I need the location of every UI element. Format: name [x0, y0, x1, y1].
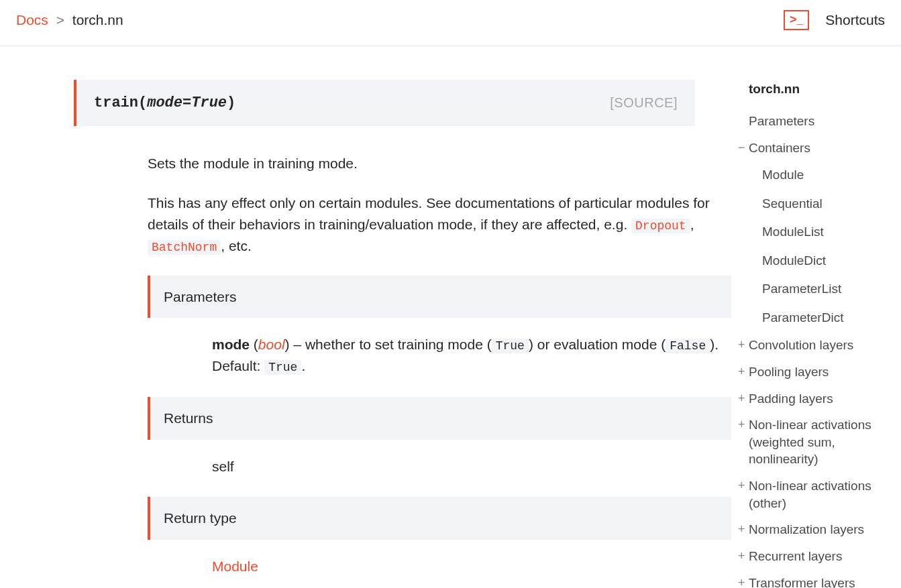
param-close: ) – whether to set training mode (: [285, 337, 492, 352]
p2a: This has any effect only on certain modu…: [148, 195, 710, 232]
sidebar-child-item[interactable]: ModuleDict: [738, 247, 888, 276]
sidebar-top-title[interactable]: torch.nn: [738, 80, 888, 99]
code-true: True: [492, 339, 529, 353]
plus-icon: +: [738, 477, 749, 493]
sidebar-item[interactable]: +Padding layers: [738, 386, 888, 412]
description: Sets the module in training mode. This h…: [74, 153, 731, 583]
param-name-mode: mode: [212, 337, 250, 352]
parameters-body: mode (bool) – whether to set training mo…: [148, 318, 731, 382]
plus-icon: +: [738, 416, 749, 432]
signature-fn: train: [94, 95, 138, 111]
returns-body: self: [148, 440, 731, 483]
sidebar-item[interactable]: Parameters: [738, 108, 888, 135]
sidebar-child-item[interactable]: Sequential: [738, 190, 888, 219]
plus-icon: +: [738, 390, 749, 406]
sidebar-item-label: Non-linear activations (other): [749, 477, 888, 512]
code-false: False: [666, 339, 710, 353]
p2b: , etc.: [221, 238, 252, 253]
code-default-true: True: [264, 360, 301, 375]
sidebar-child-item[interactable]: ParameterList: [738, 275, 888, 304]
sidebar-item[interactable]: +Normalization layers: [738, 516, 888, 543]
sidebar-item-label: Normalization layers: [749, 521, 864, 538]
sidebar-item-label: Pooling layers: [749, 363, 829, 381]
plus-icon: +: [738, 337, 749, 353]
plus-icon: +: [738, 575, 749, 588]
breadcrumb-current: torch.nn: [72, 12, 123, 27]
breadcrumb-root-link[interactable]: Docs: [16, 12, 48, 27]
sidebar-item-label: Non-linear activations (weighted sum, no…: [749, 416, 888, 468]
sidebar-item[interactable]: +Recurrent layers: [738, 543, 888, 570]
parameters-heading: Parameters: [148, 276, 731, 318]
signature-block: train(mode=True) [SOURCE]: [74, 80, 695, 126]
main-content: train(mode=True) [SOURCE] Sets the modul…: [0, 46, 738, 589]
param-open: (: [250, 337, 258, 352]
param-end: .: [301, 358, 305, 373]
sidebar-child-item[interactable]: Module: [738, 161, 888, 190]
returntype-body: Module: [148, 540, 731, 583]
shortcuts: >_ Shortcuts: [784, 9, 885, 31]
shortcuts-label[interactable]: Shortcuts: [825, 9, 885, 31]
function-signature: train(mode=True): [94, 92, 235, 114]
signature-param: mode=True: [147, 95, 227, 111]
param-mid: ) or evaluation mode (: [529, 337, 666, 352]
sig-open: (: [138, 95, 147, 111]
sidebar-item-label: Containers: [749, 139, 810, 157]
source-link[interactable]: [SOURCE]: [610, 93, 678, 113]
description-p2: This has any effect only on certain modu…: [148, 192, 731, 257]
plus-icon: +: [738, 363, 749, 379]
sidebar-item-label: Padding layers: [749, 390, 833, 408]
terminal-icon[interactable]: >_: [784, 10, 809, 30]
sidebar-item[interactable]: +Convolution layers: [738, 332, 888, 359]
sidebar-item-label: Recurrent layers: [749, 548, 842, 565]
sidebar-item-label: Parameters: [749, 113, 814, 130]
sidebar-child-item[interactable]: ModuleList: [738, 218, 888, 247]
right-sidebar: torch.nn Parameters−ContainersModuleSequ…: [738, 46, 901, 589]
returntype-heading: Return type: [148, 497, 731, 540]
sidebar-item-label: Transformer layers: [749, 575, 855, 588]
sidebar-item[interactable]: +Transformer layers: [738, 570, 888, 588]
plus-icon: +: [738, 548, 749, 564]
topbar: Docs > torch.nn >_ Shortcuts: [0, 0, 901, 46]
dropout-link[interactable]: Dropout: [631, 219, 690, 233]
batchnorm-link[interactable]: BatchNorm: [148, 240, 221, 255]
sig-close: ): [227, 95, 235, 111]
param-type-bool[interactable]: bool: [258, 337, 285, 352]
plus-icon: +: [738, 521, 749, 537]
sidebar-item[interactable]: −Containers: [738, 135, 888, 162]
sidebar-child-item[interactable]: ParameterDict: [738, 304, 888, 333]
sidebar-item[interactable]: +Non-linear activations (other): [738, 473, 888, 516]
description-p1: Sets the module in training mode.: [148, 153, 731, 174]
p2mid: ,: [690, 217, 694, 232]
breadcrumb-sep: >: [56, 12, 64, 27]
return-type-module-link[interactable]: Module: [212, 558, 258, 574]
minus-icon: −: [738, 139, 749, 156]
breadcrumb: Docs > torch.nn: [16, 9, 123, 31]
sidebar-item[interactable]: +Pooling layers: [738, 359, 888, 386]
sidebar-item[interactable]: +Non-linear activations (weighted sum, n…: [738, 412, 888, 473]
sidebar-item-label: Convolution layers: [749, 337, 853, 354]
sidebar-list: Parameters−ContainersModuleSequentialMod…: [738, 108, 888, 588]
returns-heading: Returns: [148, 397, 731, 440]
